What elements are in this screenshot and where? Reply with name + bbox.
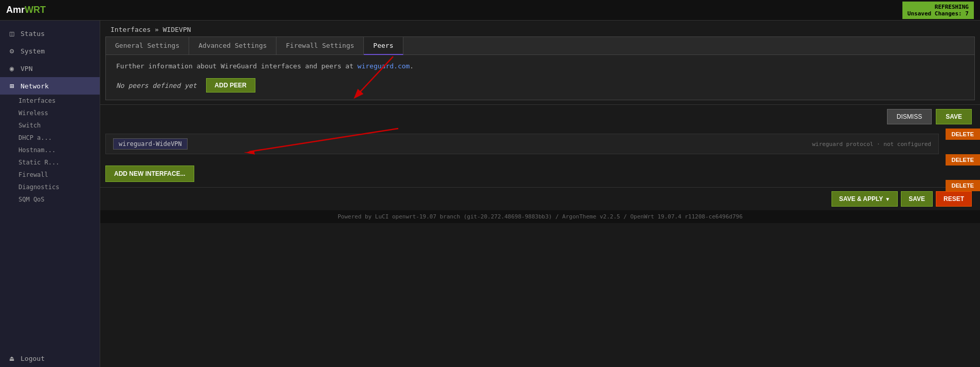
footer-text: Powered by LuCI openwrt-19.07 branch (gi… (100, 210, 980, 223)
info-prefix: Further information about WireGuard inte… (116, 62, 354, 70)
logo: AmrWRT (6, 5, 46, 15)
breadcrumb-separator: » (155, 26, 163, 33)
info-text: Further information about WireGuard inte… (116, 62, 964, 70)
sidebar-sub-switch[interactable]: Switch (0, 119, 100, 132)
tabs: General Settings Advanced Settings Firew… (106, 37, 974, 55)
tab-peers[interactable]: Peers (364, 37, 403, 55)
gear-icon: ⚙ (7, 47, 16, 55)
delete-button-2[interactable]: DELETE (946, 154, 980, 166)
sidebar-sub-dhcp[interactable]: DHCP a... (0, 132, 100, 144)
network-icon: ⊞ (7, 82, 16, 90)
sidebar-item-label: VPN (21, 65, 32, 72)
sidebar-sub-sqm[interactable]: SQM QoS (0, 193, 100, 206)
interface-list-area: wireguard-WideVPN wireguard protocol · n… (100, 129, 980, 187)
sidebar-sub-firewall[interactable]: Firewall (0, 169, 100, 181)
tab-peers-content: Further information about WireGuard inte… (106, 55, 974, 100)
sidebar-item-status[interactable]: ◫ Status (0, 25, 100, 42)
interface-name-badge: wireguard-WideVPN (113, 138, 188, 150)
sidebar-item-label: Logout (21, 355, 45, 362)
sidebar-sub-interfaces[interactable]: Interfaces (0, 95, 100, 107)
logout-icon: ⏏ (7, 354, 16, 362)
interface-info: wireguard protocol · not configured (812, 141, 931, 148)
footer-actions: SAVE & APPLY ▼ SAVE RESET (100, 187, 980, 210)
vpn-icon: ◉ (7, 64, 16, 72)
breadcrumb: Interfaces » WIDEVPN (100, 21, 980, 36)
sidebar-sub-hostnames[interactable]: Hostnam... (0, 144, 100, 156)
delete-button-1[interactable]: DELETE (946, 129, 980, 140)
tab-panel: General Settings Advanced Settings Firew… (105, 36, 975, 100)
top-bar: AmrWRT REFRESHING Unsaved Changes: 7 (0, 0, 980, 21)
sidebar-sub-wireless[interactable]: Wireless (0, 107, 100, 119)
save-apply-label: SAVE & APPLY (839, 195, 883, 203)
sidebar-sub-static-routes[interactable]: Static R... (0, 156, 100, 169)
delete-button-3[interactable]: DELETE (946, 180, 980, 191)
interface-row: wireguard-WideVPN wireguard protocol · n… (105, 134, 939, 154)
sidebar-item-label: Network (21, 82, 49, 90)
refresh-status: REFRESHING Unsaved Changes: 7 (902, 2, 974, 19)
refresh-label: REFRESHING (908, 4, 969, 10)
dismiss-save-bar: DISMISS SAVE (100, 104, 980, 129)
wireguard-link[interactable]: wireguard.com (358, 62, 410, 70)
sidebar-item-network[interactable]: ⊞ Network (0, 77, 100, 95)
dropdown-arrow-icon: ▼ (885, 196, 890, 202)
breadcrumb-parent: Interfaces (110, 26, 151, 33)
no-peers-text: No peers defined yet (116, 82, 197, 89)
unsaved-label: Unsaved Changes: 7 (908, 10, 969, 17)
tab-firewall[interactable]: Firewall Settings (276, 37, 364, 54)
save-apply-button[interactable]: SAVE & APPLY ▼ (831, 191, 898, 207)
sidebar-sub-diagnostics[interactable]: Diagnostics (0, 181, 100, 193)
reset-button[interactable]: RESET (936, 191, 972, 207)
sidebar-item-vpn[interactable]: ◉ VPN (0, 60, 100, 77)
peers-row: No peers defined yet ADD PEER (116, 78, 964, 93)
tab-advanced[interactable]: Advanced Settings (189, 37, 276, 54)
save-button[interactable]: SAVE (901, 191, 933, 207)
breadcrumb-current: WIDEVPN (163, 26, 191, 33)
logo-amr: Amr (6, 5, 25, 15)
sidebar-item-logout[interactable]: ⏏ Logout (0, 350, 100, 367)
tab-general[interactable]: General Settings (106, 37, 189, 54)
sidebar-item-label: System (21, 47, 45, 55)
status-icon: ◫ (7, 29, 16, 38)
add-interface-button[interactable]: ADD NEW INTERFACE... (105, 166, 194, 182)
main-content: Interfaces » WIDEVPN General Settings Ad… (100, 21, 980, 367)
logo-wrt: WRT (25, 5, 46, 15)
sidebar: ◫ Status ⚙ System ◉ VPN ⊞ Network Interf… (0, 21, 100, 367)
add-peer-button[interactable]: ADD PEER (206, 78, 255, 93)
save-small-button[interactable]: SAVE (936, 109, 972, 124)
sidebar-item-label: Status (21, 30, 45, 38)
dismiss-button[interactable]: DISMISS (887, 109, 932, 124)
sidebar-item-system[interactable]: ⚙ System (0, 42, 100, 60)
